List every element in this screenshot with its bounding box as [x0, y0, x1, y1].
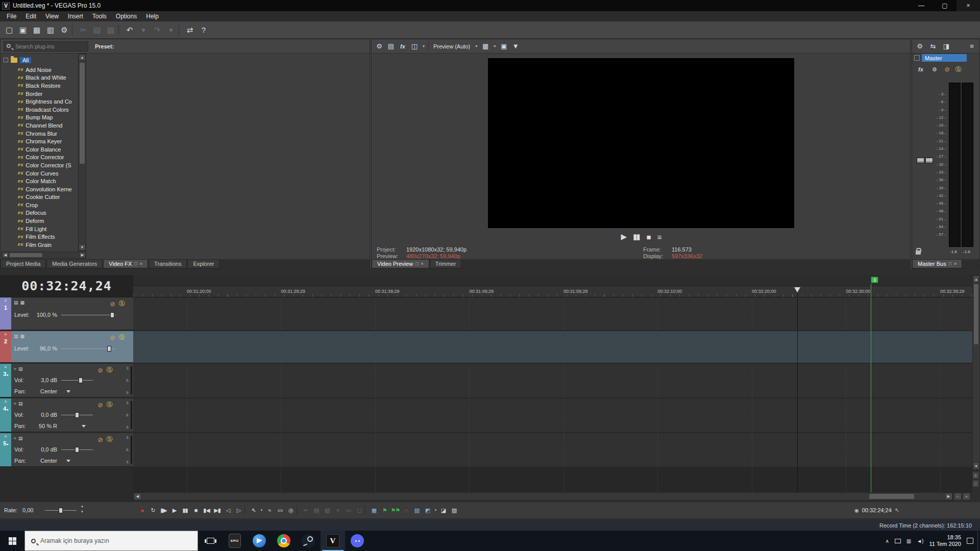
cursor-time-value[interactable]: 00:32:24;24: [862, 507, 892, 513]
envelope-edit-tool-button[interactable]: ≈: [264, 506, 274, 515]
redo-dropdown-icon[interactable]: ▾: [165, 24, 177, 36]
compositing-mode-icon[interactable]: ▦: [20, 334, 25, 339]
copy-icon[interactable]: ▤: [91, 24, 103, 36]
zoom-in-track-height-button[interactable]: +: [972, 472, 979, 479]
close-button[interactable]: ×: [957, 0, 980, 11]
envelope-icon[interactable]: ≈: [14, 436, 16, 441]
timeline-horizontal-scrollbar[interactable]: ◀ ▶: [133, 492, 953, 500]
insert-marker-button[interactable]: ⚑: [380, 506, 389, 515]
maximize-button[interactable]: ▢: [933, 0, 957, 11]
paste-button[interactable]: ▧: [322, 506, 332, 515]
track-color-strip[interactable]: ≡ 4◂: [0, 398, 11, 432]
float-window-icon[interactable]: □: [134, 261, 137, 266]
marker-flag[interactable]: 3: [871, 277, 878, 283]
app-epic-games[interactable]: EPIC: [223, 531, 247, 551]
fx-list-item[interactable]: FX Crop: [2, 201, 78, 209]
tab-media-generators[interactable]: Media Generators: [46, 259, 103, 268]
app-vegas-pro[interactable]: V: [321, 531, 345, 551]
float-window-icon[interactable]: □: [415, 261, 418, 266]
phase-icon[interactable]: ▤: [18, 436, 23, 441]
tab-transitions[interactable]: Transitions: [149, 259, 187, 268]
start-button[interactable]: [0, 531, 24, 551]
go-to-end-button[interactable]: ▶▮: [212, 506, 222, 515]
track-color-strip[interactable]: ≡ 3◂: [0, 364, 11, 397]
separator[interactable]: [179, 25, 182, 35]
open-project-icon[interactable]: ▣: [17, 24, 29, 36]
menu-item[interactable]: Edit: [21, 13, 41, 20]
track-lane-1[interactable]: [133, 297, 972, 330]
plugin-search-input[interactable]: [15, 43, 83, 49]
track-motion-icon[interactable]: ▤: [14, 334, 18, 339]
ignore-event-grouping-button[interactable]: ◪: [438, 506, 448, 515]
track-header-1[interactable]: ≡ 1 ▤ ▦ ⊘ Ⓢ Level: 100,0 %: [0, 297, 133, 330]
new-project-icon[interactable]: ▢: [3, 24, 15, 36]
play-from-start-button[interactable]: ▮▶: [159, 506, 168, 515]
scroll-left-arrow[interactable]: ◀: [134, 493, 141, 500]
track-lane-5[interactable]: [133, 433, 972, 467]
paste-icon[interactable]: ▧: [105, 24, 117, 36]
mute-button[interactable]: ⊘: [97, 367, 104, 373]
master-fader-right[interactable]: [925, 158, 933, 163]
track-menu-icon[interactable]: ≡: [5, 400, 7, 404]
lock-fader-icon[interactable]: [916, 251, 921, 255]
tray-chevron-up-icon[interactable]: ∧: [885, 538, 889, 544]
menu-item[interactable]: Insert: [63, 13, 88, 20]
tab-master-bus[interactable]: Master Bus □ ×: [912, 259, 962, 268]
track-lane-3[interactable]: [133, 364, 972, 397]
insert-region-button[interactable]: ⚑⚑: [390, 506, 400, 515]
mute-button[interactable]: ⊘: [109, 300, 116, 307]
marker-bar[interactable]: [133, 275, 972, 286]
minimize-button[interactable]: —: [910, 0, 933, 11]
mixer-menu-icon[interactable]: ≡: [967, 41, 976, 52]
auto-ripple-button[interactable]: ◩: [423, 506, 432, 515]
menu-item[interactable]: File: [2, 13, 21, 20]
scroll-right-arrow[interactable]: ▶: [945, 493, 952, 500]
scroll-up-arrow[interactable]: ▲: [973, 276, 979, 283]
fx-list-item[interactable]: FX Defocus: [2, 209, 78, 217]
separator[interactable]: [244, 506, 248, 515]
stop-button[interactable]: ■: [191, 506, 201, 515]
volume-slider-knob[interactable]: [75, 412, 79, 418]
fx-list-item[interactable]: FX Bump Map: [2, 114, 78, 122]
scroll-right-arrow[interactable]: ▶: [79, 252, 86, 258]
pan-dropdown-icon[interactable]: [82, 425, 86, 428]
track-color-strip[interactable]: ≡ 1: [0, 297, 11, 330]
tray-display-icon[interactable]: [895, 539, 901, 543]
master-fader-left[interactable]: [917, 158, 924, 163]
track-color-strip[interactable]: ≡ 5◂: [0, 433, 11, 466]
chevron-down-icon[interactable]: ▾: [422, 41, 426, 52]
chevron-down-icon[interactable]: ▾: [493, 41, 497, 52]
close-icon[interactable]: ×: [421, 261, 424, 266]
redo-icon[interactable]: ↷: [151, 24, 163, 36]
undo-dropdown-icon[interactable]: ▾: [137, 24, 150, 36]
separator[interactable]: [365, 506, 368, 515]
phase-icon[interactable]: ▤: [18, 401, 23, 406]
level-slider-knob[interactable]: [110, 312, 114, 318]
fx-list-item[interactable]: FX Color Corrector (S: [2, 161, 78, 169]
stop-icon[interactable]: ■: [647, 233, 650, 241]
fx-list-item[interactable]: FX Brightness and Co: [2, 97, 78, 106]
save-project-icon[interactable]: ▦: [31, 24, 43, 36]
fx-list-item[interactable]: FX Cookie Cutter: [2, 193, 78, 202]
menu-item[interactable]: View: [41, 13, 63, 20]
cut-icon[interactable]: ✂: [77, 24, 89, 36]
cut-button[interactable]: ✂: [301, 506, 310, 515]
plugin-search-box[interactable]: [4, 41, 88, 52]
track-color-strip[interactable]: ≡ 2: [0, 331, 11, 362]
loop-playback-button[interactable]: ↻: [148, 506, 158, 515]
scrollbar-thumb[interactable]: [79, 62, 85, 164]
downmix-output-icon[interactable]: ◨: [942, 41, 951, 52]
playhead-cursor-head[interactable]: [794, 287, 800, 292]
selection-edit-tool-button[interactable]: ▭: [275, 506, 285, 515]
phase-icon[interactable]: ▤: [18, 366, 23, 371]
tab-video-fx[interactable]: Video FX □ ×: [103, 259, 148, 268]
zoom-out-track-height-button[interactable]: −: [972, 480, 979, 487]
volume-slider[interactable]: [61, 449, 93, 450]
scroll-left-arrow[interactable]: ◀: [2, 252, 9, 258]
track-header-2[interactable]: ≡ 2 ▤ ▦ ⊘ Ⓢ Level: 96,0 %: [0, 331, 133, 363]
fx-list-item[interactable]: FX Color Curves: [2, 169, 78, 178]
previous-frame-button[interactable]: ◁: [223, 506, 233, 515]
separator[interactable]: [297, 506, 300, 515]
tab-video-preview[interactable]: Video Preview □ ×: [372, 259, 429, 268]
copy-snapshot-icon[interactable]: ▣: [499, 41, 508, 52]
